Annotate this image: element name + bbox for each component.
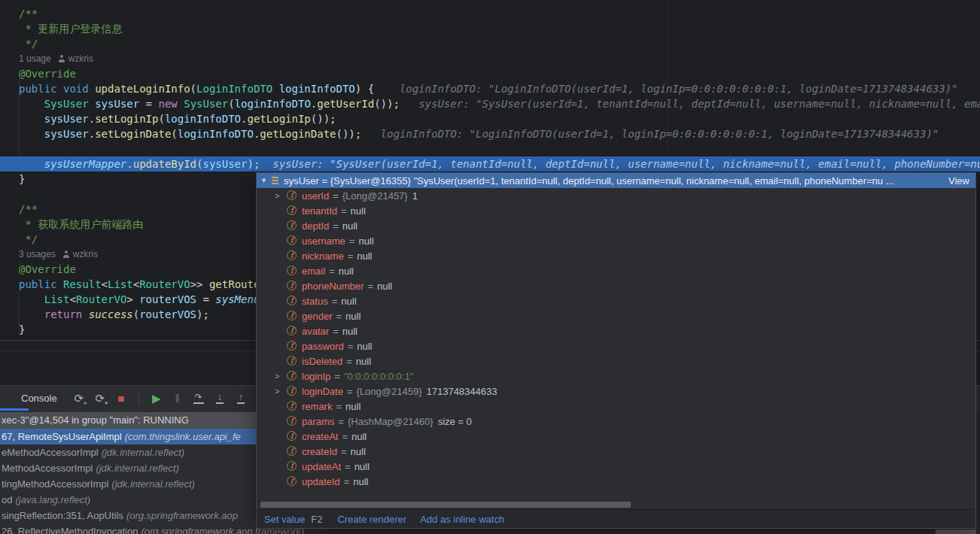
variable-row[interactable]: favatar=null: [257, 323, 975, 338]
pause-icon[interactable]: ‖: [171, 391, 184, 406]
variable-value: null: [357, 341, 372, 352]
code-token: [82, 308, 88, 320]
code-token: [272, 83, 278, 95]
set-value-button[interactable]: Set value: [264, 514, 305, 525]
variable-name: updateId: [302, 476, 340, 487]
variable-row[interactable]: fnickname=null: [257, 248, 975, 263]
inline-debugger-hint[interactable]: loginInfoDTO: "LoginInfoDTO(userId=1, lo…: [374, 83, 957, 95]
code-line[interactable]: * 更新用户登录信息: [0, 21, 980, 36]
code-token: =: [196, 293, 215, 305]
rerun-icon[interactable]: ⟳▸: [72, 391, 86, 406]
variable-row[interactable]: femail=null: [257, 263, 975, 278]
variable-row[interactable]: fupdateId=null: [257, 474, 975, 489]
usage-hint-line[interactable]: 1 usagewzkris: [0, 51, 980, 66]
code-token: */: [19, 38, 38, 50]
code-token: );: [196, 308, 209, 320]
code-token: ());: [311, 113, 336, 125]
usages-count[interactable]: 1 usage: [19, 51, 51, 66]
field-icon: f: [287, 356, 297, 366]
code-line[interactable]: SysUser sysUser = new SysUser(loginInfoD…: [0, 96, 980, 111]
variable-row[interactable]: fphoneNumber=null: [257, 278, 975, 293]
step-over-icon[interactable]: ↷: [192, 391, 205, 406]
code-line[interactable]: sysUser.setLoginIp(loginInfoDTO.getLogin…: [0, 111, 980, 126]
chevron-down-icon[interactable]: ▼: [260, 177, 267, 184]
variable-value: null: [351, 446, 366, 457]
code-line[interactable]: /**: [0, 6, 980, 21]
frame-package-name: (jdk.internal.reflect): [102, 447, 185, 458]
frame-package-name: (jdk.internal.reflect): [111, 478, 195, 490]
variable-value: 1: [412, 190, 418, 202]
code-line[interactable]: public void updateLoginInfo(LoginInfoDTO…: [0, 81, 980, 96]
field-icon: f: [287, 416, 297, 426]
code-token: ) {: [355, 83, 374, 95]
chevron-right-icon[interactable]: >: [275, 384, 279, 399]
usages-count[interactable]: 3 usages: [19, 247, 56, 262]
code-token: sysUser: [202, 158, 247, 170]
stop-icon[interactable]: ■: [114, 391, 128, 406]
equals-sign: =: [333, 326, 339, 337]
variable-row[interactable]: fparams={HashMap@21460}size = 0: [257, 414, 975, 429]
variables-scrollbar-stub[interactable]: [936, 529, 976, 534]
code-token: SysUser: [44, 98, 89, 110]
add-inline-watch-button[interactable]: Add as inline watch: [420, 514, 504, 525]
variable-row[interactable]: >floginDate={Long@21459}1713748344633: [257, 384, 975, 399]
chevron-right-icon[interactable]: >: [275, 188, 279, 203]
step-into-icon[interactable]: ↓: [213, 391, 227, 406]
code-token: updateById: [133, 158, 196, 170]
step-out-icon[interactable]: ↑: [234, 391, 248, 406]
equals-sign: =: [333, 220, 339, 232]
field-icon: f: [287, 401, 297, 411]
variable-name: remark: [302, 401, 332, 412]
code-token: }: [19, 173, 25, 185]
variable-row[interactable]: fcreateAt=null: [257, 429, 975, 444]
variable-name: loginIp: [302, 371, 330, 382]
variable-row[interactable]: fupdateAt=null: [257, 459, 975, 474]
variable-row[interactable]: fstatus=null: [257, 293, 975, 308]
execution-line[interactable]: sysUserMapper.updateById(sysUser); sysUs…: [0, 156, 980, 171]
variable-name: gender: [302, 311, 332, 322]
view-link[interactable]: View: [948, 175, 969, 187]
variable-row[interactable]: fisDeleted=null: [257, 353, 975, 369]
chevron-right-icon[interactable]: >: [275, 369, 279, 384]
horizontal-scrollbar[interactable]: [260, 502, 631, 508]
tab-console[interactable]: Console: [21, 393, 57, 404]
inline-debugger-hint[interactable]: loginInfoDTO: "LoginInfoDTO(userId=1, lo…: [361, 128, 939, 140]
frame-package-name: (jdk.internal.reflect): [96, 463, 179, 474]
field-icon: f: [287, 386, 297, 396]
inline-debugger-hint[interactable]: sysUser: "SysUser(userId=1, tenantId=nul…: [400, 98, 980, 110]
code-line[interactable]: @Override: [0, 66, 980, 81]
code-token: public: [19, 278, 57, 290]
variable-row[interactable]: fgender=null: [257, 308, 975, 323]
code-token: );: [247, 158, 260, 170]
variable-value: null: [345, 311, 361, 322]
field-icon: f: [287, 235, 297, 245]
variable-row[interactable]: fremark=null: [257, 399, 975, 414]
variable-row[interactable]: fcreateId=null: [257, 444, 975, 459]
create-renderer-button[interactable]: Create renderer: [337, 514, 406, 525]
variable-name: loginDate: [302, 386, 343, 397]
field-icon: f: [287, 446, 297, 456]
variable-row[interactable]: fusername=null: [257, 233, 975, 248]
variable-row[interactable]: >fuserId={Long@21457}1: [257, 188, 975, 203]
code-line[interactable]: */: [0, 36, 980, 51]
field-icon: f: [287, 220, 297, 230]
variable-row[interactable]: >floginIp="0:0:0:0:0:0:0:1": [257, 369, 975, 384]
toolbar-separator: [138, 393, 139, 405]
variable-row[interactable]: fdeptId=null: [257, 218, 975, 233]
popup-header-row[interactable]: ▼ sysUser = {SysUser@16355} "SysUser(use…: [257, 173, 975, 188]
code-token: .: [126, 158, 132, 170]
variable-name: isDeleted: [302, 356, 342, 367]
variable-ref: {Long@21457}: [342, 190, 408, 202]
variable-row[interactable]: fpassword=null: [257, 338, 975, 353]
rerun-debug-icon[interactable]: ⟳●: [93, 391, 107, 406]
equals-sign: =: [336, 401, 342, 412]
code-token: public: [19, 83, 57, 95]
variable-name: userId: [302, 190, 329, 202]
code-token: (: [171, 128, 177, 140]
code-token: (: [133, 308, 139, 320]
variable-row[interactable]: ftenantId=null: [257, 203, 975, 218]
resume-icon[interactable]: ▶: [150, 391, 163, 406]
code-token: SysUser: [184, 98, 228, 110]
code-line[interactable]: sysUser.setLoginDate(loginInfoDTO.getLog…: [0, 126, 980, 141]
inline-debugger-hint[interactable]: sysUser: "SysUser(userId=1, tenantId=nul…: [260, 158, 980, 170]
